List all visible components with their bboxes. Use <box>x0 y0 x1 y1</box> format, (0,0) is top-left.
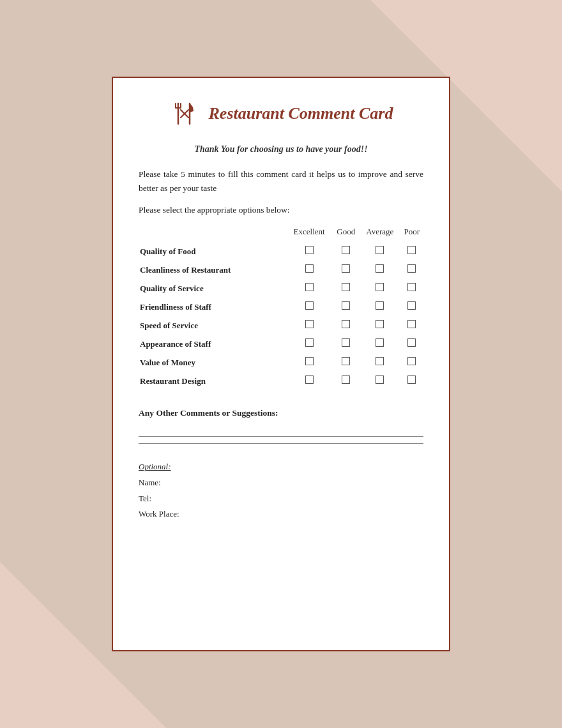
checkbox-input[interactable] <box>407 264 416 273</box>
checkbox-average[interactable] <box>360 353 400 372</box>
table-row: Restaurant Design <box>139 372 423 390</box>
card-header: Restaurant Comment Card <box>139 98 423 129</box>
checkbox-good[interactable] <box>332 279 360 298</box>
row-label: Quality of Food <box>139 242 286 261</box>
table-row: Friendliness of Staff <box>139 298 423 316</box>
comments-label: Any Other Comments or Suggestions: <box>139 408 423 418</box>
col-header-poor: Poor <box>400 227 423 242</box>
checkbox-input[interactable] <box>305 264 314 273</box>
checkbox-input[interactable] <box>305 338 314 347</box>
checkbox-excellent[interactable] <box>286 242 333 261</box>
table-row: Value of Money <box>139 353 423 372</box>
col-header-average: Average <box>360 227 400 242</box>
checkbox-good[interactable] <box>332 242 360 261</box>
select-prompt: Please select the appropriate options be… <box>139 205 423 215</box>
checkbox-good[interactable] <box>332 298 360 316</box>
row-label: Cleanliness of Restaurant <box>139 261 286 279</box>
checkbox-poor[interactable] <box>400 335 423 353</box>
checkbox-average[interactable] <box>360 279 400 298</box>
rating-table: Excellent Good Average Poor Quality of F… <box>139 227 423 390</box>
checkbox-input[interactable] <box>376 301 384 310</box>
checkbox-input[interactable] <box>407 320 416 328</box>
checkbox-poor[interactable] <box>400 279 423 298</box>
checkbox-excellent[interactable] <box>286 353 333 372</box>
checkbox-input[interactable] <box>376 357 384 365</box>
checkbox-average[interactable] <box>360 261 400 279</box>
checkbox-excellent[interactable] <box>286 372 333 390</box>
checkbox-input[interactable] <box>305 283 314 291</box>
checkbox-average[interactable] <box>360 335 400 353</box>
checkbox-good[interactable] <box>332 372 360 390</box>
comments-section: Any Other Comments or Suggestions: <box>139 408 423 444</box>
checkbox-poor[interactable] <box>400 372 423 390</box>
checkbox-input[interactable] <box>342 246 350 254</box>
col-header-excellent: Excellent <box>286 227 333 242</box>
checkbox-good[interactable] <box>332 261 360 279</box>
comments-line-2 <box>139 443 423 444</box>
checkbox-input[interactable] <box>342 320 350 328</box>
checkbox-poor[interactable] <box>400 261 423 279</box>
checkbox-input[interactable] <box>376 375 384 384</box>
checkbox-poor[interactable] <box>400 353 423 372</box>
comment-card: Restaurant Comment Card Thank You for ch… <box>112 77 450 651</box>
intro-text: Please take 5 minutes to fill this comme… <box>139 167 423 195</box>
checkbox-input[interactable] <box>407 338 416 347</box>
checkbox-input[interactable] <box>342 375 350 384</box>
row-label: Speed of Service <box>139 316 286 335</box>
checkbox-input[interactable] <box>376 338 384 347</box>
name-field: Name: <box>139 475 423 491</box>
checkbox-excellent[interactable] <box>286 316 333 335</box>
checkbox-average[interactable] <box>360 298 400 316</box>
checkbox-average[interactable] <box>360 316 400 335</box>
checkbox-input[interactable] <box>305 375 314 384</box>
checkbox-good[interactable] <box>332 353 360 372</box>
row-label: Appearance of Staff <box>139 335 286 353</box>
card-title: Restaurant Comment Card <box>209 104 393 123</box>
row-label: Friendliness of Staff <box>139 298 286 316</box>
checkbox-good[interactable] <box>332 335 360 353</box>
checkbox-input[interactable] <box>407 246 416 254</box>
table-row: Quality of Service <box>139 279 423 298</box>
row-label: Value of Money <box>139 353 286 372</box>
checkbox-input[interactable] <box>342 283 350 291</box>
checkbox-input[interactable] <box>305 301 314 310</box>
optional-label: Optional: <box>139 459 423 475</box>
checkbox-poor[interactable] <box>400 298 423 316</box>
checkbox-poor[interactable] <box>400 242 423 261</box>
row-label: Restaurant Design <box>139 372 286 390</box>
table-row: Speed of Service <box>139 316 423 335</box>
utensils-icon <box>169 98 200 129</box>
table-row: Cleanliness of Restaurant <box>139 261 423 279</box>
checkbox-average[interactable] <box>360 242 400 261</box>
checkbox-excellent[interactable] <box>286 298 333 316</box>
checkbox-input[interactable] <box>376 246 384 254</box>
checkbox-input[interactable] <box>305 357 314 365</box>
row-label: Quality of Service <box>139 279 286 298</box>
checkbox-input[interactable] <box>407 283 416 291</box>
checkbox-good[interactable] <box>332 316 360 335</box>
optional-section: Optional: Name: Tel: Work Place: <box>139 459 423 522</box>
checkbox-input[interactable] <box>407 375 416 384</box>
checkbox-excellent[interactable] <box>286 335 333 353</box>
checkbox-poor[interactable] <box>400 316 423 335</box>
checkbox-input[interactable] <box>342 301 350 310</box>
comments-line-1 <box>139 436 423 437</box>
checkbox-input[interactable] <box>407 357 416 365</box>
checkbox-average[interactable] <box>360 372 400 390</box>
checkbox-input[interactable] <box>342 357 350 365</box>
checkbox-input[interactable] <box>305 246 314 254</box>
col-header-item <box>139 227 286 242</box>
table-row: Quality of Food <box>139 242 423 261</box>
checkbox-input[interactable] <box>376 264 384 273</box>
checkbox-input[interactable] <box>342 338 350 347</box>
tel-field: Tel: <box>139 491 423 507</box>
checkbox-input[interactable] <box>305 320 314 328</box>
checkbox-input[interactable] <box>407 301 416 310</box>
checkbox-excellent[interactable] <box>286 261 333 279</box>
table-row: Appearance of Staff <box>139 335 423 353</box>
checkbox-input[interactable] <box>376 283 384 291</box>
checkbox-input[interactable] <box>376 320 384 328</box>
checkbox-excellent[interactable] <box>286 279 333 298</box>
checkbox-input[interactable] <box>342 264 350 273</box>
col-header-good: Good <box>332 227 360 242</box>
